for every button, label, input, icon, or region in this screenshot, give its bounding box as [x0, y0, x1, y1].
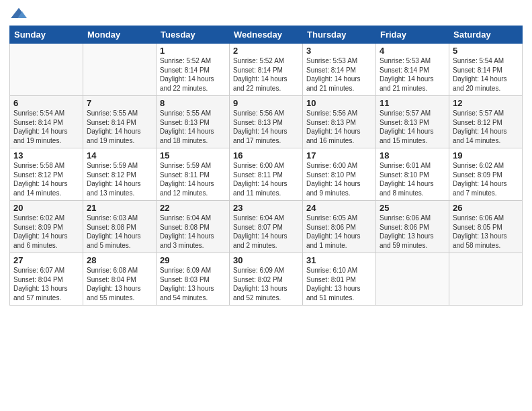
- day-info: Sunrise: 5:57 AM Sunset: 8:12 PM Dayligh…: [453, 109, 519, 145]
- calendar-week-row: 20Sunrise: 6:02 AM Sunset: 8:09 PM Dayli…: [10, 201, 523, 253]
- calendar-cell: 27Sunrise: 6:07 AM Sunset: 8:04 PM Dayli…: [10, 253, 83, 306]
- day-info: Sunrise: 6:09 AM Sunset: 8:02 PM Dayligh…: [233, 266, 299, 302]
- weekday-header-tuesday: Tuesday: [157, 26, 230, 44]
- day-number: 12: [453, 98, 519, 108]
- day-number: 23: [233, 203, 299, 213]
- calendar-cell: 31Sunrise: 6:10 AM Sunset: 8:01 PM Dayli…: [303, 253, 376, 306]
- calendar: SundayMondayTuesdayWednesdayThursdayFrid…: [9, 26, 523, 306]
- day-number: 19: [453, 150, 519, 161]
- weekday-header-saturday: Saturday: [449, 26, 523, 44]
- day-info: Sunrise: 6:01 AM Sunset: 8:10 PM Dayligh…: [380, 161, 445, 197]
- calendar-week-row: 13Sunrise: 5:58 AM Sunset: 8:12 PM Dayli…: [10, 148, 523, 201]
- day-number: 3: [306, 46, 372, 56]
- calendar-cell: 24Sunrise: 6:05 AM Sunset: 8:06 PM Dayli…: [303, 201, 376, 253]
- weekday-header-friday: Friday: [376, 26, 449, 44]
- calendar-cell: [376, 253, 449, 306]
- day-number: 17: [306, 150, 372, 161]
- day-info: Sunrise: 5:58 AM Sunset: 8:12 PM Dayligh…: [13, 161, 79, 197]
- day-number: 2: [233, 46, 299, 56]
- calendar-cell: 4Sunrise: 5:53 AM Sunset: 8:14 PM Daylig…: [376, 44, 449, 96]
- day-number: 1: [160, 46, 226, 56]
- calendar-cell: [449, 253, 523, 306]
- day-info: Sunrise: 5:52 AM Sunset: 8:14 PM Dayligh…: [233, 56, 299, 93]
- calendar-cell: 12Sunrise: 5:57 AM Sunset: 8:12 PM Dayli…: [449, 96, 523, 148]
- header: [9, 7, 523, 21]
- calendar-cell: 14Sunrise: 5:59 AM Sunset: 8:12 PM Dayli…: [83, 148, 157, 201]
- calendar-cell: 17Sunrise: 6:00 AM Sunset: 8:10 PM Dayli…: [303, 148, 376, 201]
- day-number: 10: [306, 98, 372, 108]
- calendar-cell: 23Sunrise: 6:04 AM Sunset: 8:07 PM Dayli…: [230, 201, 303, 253]
- day-number: 30: [233, 255, 299, 265]
- page-container: SundayMondayTuesdayWednesdayThursdayFrid…: [0, 0, 532, 312]
- day-info: Sunrise: 6:03 AM Sunset: 8:08 PM Dayligh…: [87, 214, 152, 250]
- calendar-cell: [83, 44, 157, 96]
- logo: [9, 7, 31, 21]
- day-number: 28: [87, 255, 152, 265]
- calendar-cell: 3Sunrise: 5:53 AM Sunset: 8:14 PM Daylig…: [303, 44, 376, 96]
- day-number: 13: [13, 150, 79, 161]
- day-info: Sunrise: 6:00 AM Sunset: 8:10 PM Dayligh…: [306, 161, 372, 197]
- day-number: 25: [380, 203, 445, 213]
- day-number: 9: [233, 98, 299, 108]
- day-number: 18: [380, 150, 445, 161]
- day-info: Sunrise: 5:54 AM Sunset: 8:14 PM Dayligh…: [453, 56, 519, 93]
- day-info: Sunrise: 6:04 AM Sunset: 8:08 PM Dayligh…: [160, 214, 226, 250]
- day-info: Sunrise: 5:56 AM Sunset: 8:13 PM Dayligh…: [306, 109, 372, 145]
- calendar-cell: 8Sunrise: 5:55 AM Sunset: 8:13 PM Daylig…: [157, 96, 230, 148]
- day-number: 6: [13, 98, 79, 108]
- day-number: 31: [306, 255, 372, 265]
- calendar-cell: [10, 44, 83, 96]
- calendar-cell: 1Sunrise: 5:52 AM Sunset: 8:14 PM Daylig…: [157, 44, 230, 96]
- weekday-header-row: SundayMondayTuesdayWednesdayThursdayFrid…: [10, 26, 523, 44]
- day-info: Sunrise: 6:09 AM Sunset: 8:03 PM Dayligh…: [160, 266, 226, 302]
- day-number: 16: [233, 150, 299, 161]
- day-info: Sunrise: 5:59 AM Sunset: 8:11 PM Dayligh…: [160, 161, 226, 197]
- day-info: Sunrise: 6:06 AM Sunset: 8:06 PM Dayligh…: [380, 214, 445, 250]
- calendar-cell: 30Sunrise: 6:09 AM Sunset: 8:02 PM Dayli…: [230, 253, 303, 306]
- weekday-header-monday: Monday: [83, 26, 157, 44]
- calendar-cell: 7Sunrise: 5:55 AM Sunset: 8:14 PM Daylig…: [83, 96, 157, 148]
- calendar-cell: 15Sunrise: 5:59 AM Sunset: 8:11 PM Dayli…: [157, 148, 230, 201]
- calendar-cell: 2Sunrise: 5:52 AM Sunset: 8:14 PM Daylig…: [230, 44, 303, 96]
- day-info: Sunrise: 6:07 AM Sunset: 8:04 PM Dayligh…: [13, 266, 79, 302]
- calendar-cell: 5Sunrise: 5:54 AM Sunset: 8:14 PM Daylig…: [449, 44, 523, 96]
- calendar-cell: 25Sunrise: 6:06 AM Sunset: 8:06 PM Dayli…: [376, 201, 449, 253]
- weekday-header-wednesday: Wednesday: [230, 26, 303, 44]
- day-info: Sunrise: 6:02 AM Sunset: 8:09 PM Dayligh…: [13, 214, 79, 250]
- calendar-cell: 11Sunrise: 5:57 AM Sunset: 8:13 PM Dayli…: [376, 96, 449, 148]
- weekday-header-thursday: Thursday: [303, 26, 376, 44]
- calendar-cell: 13Sunrise: 5:58 AM Sunset: 8:12 PM Dayli…: [10, 148, 83, 201]
- calendar-cell: 16Sunrise: 6:00 AM Sunset: 8:11 PM Dayli…: [230, 148, 303, 201]
- calendar-week-row: 1Sunrise: 5:52 AM Sunset: 8:14 PM Daylig…: [10, 44, 523, 96]
- day-number: 5: [453, 46, 519, 56]
- calendar-cell: 10Sunrise: 5:56 AM Sunset: 8:13 PM Dayli…: [303, 96, 376, 148]
- calendar-cell: 6Sunrise: 5:54 AM Sunset: 8:14 PM Daylig…: [10, 96, 83, 148]
- calendar-cell: 29Sunrise: 6:09 AM Sunset: 8:03 PM Dayli…: [157, 253, 230, 306]
- weekday-header-sunday: Sunday: [10, 26, 83, 44]
- day-info: Sunrise: 5:52 AM Sunset: 8:14 PM Dayligh…: [160, 56, 226, 93]
- calendar-cell: 26Sunrise: 6:06 AM Sunset: 8:05 PM Dayli…: [449, 201, 523, 253]
- day-number: 8: [160, 98, 226, 108]
- day-info: Sunrise: 6:06 AM Sunset: 8:05 PM Dayligh…: [453, 214, 519, 250]
- day-number: 14: [87, 150, 152, 161]
- day-info: Sunrise: 6:08 AM Sunset: 8:04 PM Dayligh…: [87, 266, 152, 302]
- day-info: Sunrise: 6:10 AM Sunset: 8:01 PM Dayligh…: [306, 266, 372, 302]
- calendar-week-row: 27Sunrise: 6:07 AM Sunset: 8:04 PM Dayli…: [10, 253, 523, 306]
- day-number: 24: [306, 203, 372, 213]
- day-number: 7: [87, 98, 152, 108]
- calendar-cell: 22Sunrise: 6:04 AM Sunset: 8:08 PM Dayli…: [157, 201, 230, 253]
- day-info: Sunrise: 6:04 AM Sunset: 8:07 PM Dayligh…: [233, 214, 299, 250]
- day-info: Sunrise: 5:53 AM Sunset: 8:14 PM Dayligh…: [306, 56, 372, 93]
- day-info: Sunrise: 5:56 AM Sunset: 8:13 PM Dayligh…: [233, 109, 299, 145]
- logo-icon: [9, 7, 28, 21]
- day-info: Sunrise: 6:05 AM Sunset: 8:06 PM Dayligh…: [306, 214, 372, 250]
- day-info: Sunrise: 6:00 AM Sunset: 8:11 PM Dayligh…: [233, 161, 299, 197]
- day-number: 15: [160, 150, 226, 161]
- day-number: 11: [380, 98, 445, 108]
- calendar-cell: 19Sunrise: 6:02 AM Sunset: 8:09 PM Dayli…: [449, 148, 523, 201]
- day-number: 22: [160, 203, 226, 213]
- day-info: Sunrise: 5:59 AM Sunset: 8:12 PM Dayligh…: [87, 161, 152, 197]
- day-number: 29: [160, 255, 226, 265]
- day-info: Sunrise: 6:02 AM Sunset: 8:09 PM Dayligh…: [453, 161, 519, 197]
- day-number: 27: [13, 255, 79, 265]
